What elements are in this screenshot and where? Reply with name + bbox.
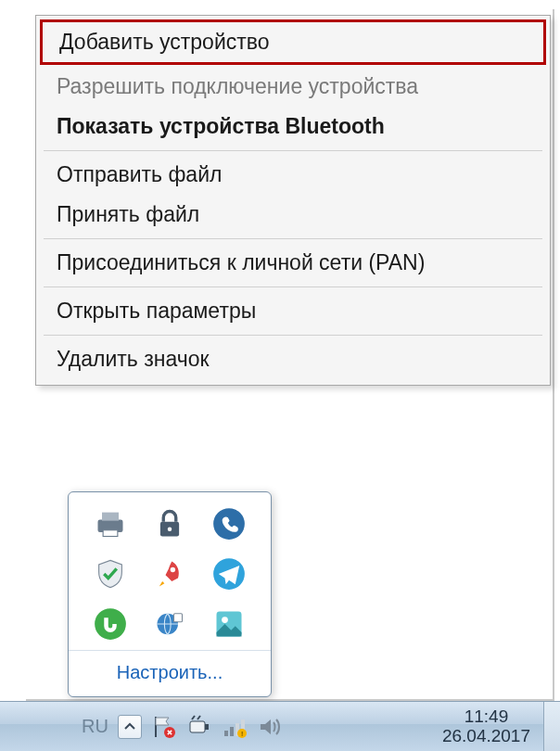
svg-point-6 (171, 567, 175, 572)
hidden-icons-grid (69, 492, 271, 650)
svg-rect-2 (103, 530, 118, 537)
power-icon[interactable] (186, 714, 212, 740)
taskbar: RU ! 11:49 26.04.2017 (0, 701, 560, 751)
viber-icon[interactable] (212, 507, 246, 541)
telegram-icon[interactable] (212, 557, 246, 591)
menu-item-allow-connection: Разрешить подключение устройства (40, 67, 546, 107)
rocket-icon[interactable] (153, 557, 186, 591)
svg-rect-14 (190, 721, 205, 732)
menu-item-join-pan[interactable]: Присоединиться к личной сети (PAN) (40, 243, 546, 283)
show-hidden-icons-button[interactable] (118, 715, 142, 739)
svg-rect-16 (224, 731, 228, 736)
flag-icon[interactable] (151, 714, 177, 740)
clock-time: 11:49 (442, 707, 530, 727)
customize-link[interactable]: Настроить... (69, 651, 271, 696)
menu-item-label: Присоединиться к личной сети (PAN) (57, 250, 425, 274)
menu-item-receive-file[interactable]: Принять файл (40, 195, 546, 235)
menu-item-label: Отправить файл (57, 162, 222, 186)
menu-separator (44, 286, 542, 287)
picasa-icon[interactable] (212, 607, 246, 641)
svg-point-4 (168, 527, 172, 531)
menu-item-label: Открыть параметры (57, 299, 256, 323)
menu-item-send-file[interactable]: Отправить файл (40, 155, 546, 195)
hidden-icons-popup: Настроить... (68, 491, 272, 697)
globe-icon[interactable] (153, 607, 186, 641)
menu-item-label: Удалить значок (57, 347, 210, 371)
svg-point-8 (95, 608, 126, 640)
svg-point-5 (213, 508, 245, 540)
bluetooth-context-menu: Добавить устройство Разрешить подключени… (35, 15, 551, 386)
menu-separator (44, 238, 542, 239)
utorrent-icon[interactable] (94, 607, 127, 641)
menu-separator (44, 335, 542, 336)
customize-label: Настроить... (117, 662, 223, 682)
clock-date: 26.04.2017 (442, 727, 530, 746)
menu-separator (44, 150, 542, 151)
menu-item-remove-icon[interactable]: Удалить значок (40, 339, 546, 379)
padlock-icon[interactable] (153, 507, 186, 541)
menu-item-show-bluetooth-devices[interactable]: Показать устройства Bluetooth (40, 107, 546, 146)
shield-check-icon[interactable] (94, 557, 127, 591)
menu-item-label: Принять файл (57, 202, 199, 226)
menu-item-open-settings[interactable]: Открыть параметры (40, 291, 546, 331)
taskbar-clock[interactable]: 11:49 26.04.2017 (442, 707, 530, 746)
show-desktop-button[interactable] (543, 702, 560, 751)
svg-point-12 (222, 617, 228, 623)
printer-icon[interactable] (94, 507, 127, 541)
menu-item-add-device[interactable]: Добавить устройство (40, 19, 546, 65)
volume-icon[interactable] (257, 714, 283, 740)
chevron-up-icon (123, 720, 136, 733)
svg-rect-17 (230, 727, 234, 736)
menu-item-label: Показать устройства Bluetooth (57, 114, 385, 138)
menu-item-label: Разрешить подключение устройства (57, 74, 418, 98)
svg-rect-15 (205, 724, 209, 730)
menu-item-label: Добавить устройство (59, 30, 270, 54)
language-indicator[interactable]: RU (82, 716, 108, 737)
svg-rect-1 (102, 513, 119, 521)
svg-rect-10 (174, 614, 183, 622)
network-icon[interactable]: ! (222, 714, 248, 740)
svg-text:!: ! (241, 730, 243, 738)
